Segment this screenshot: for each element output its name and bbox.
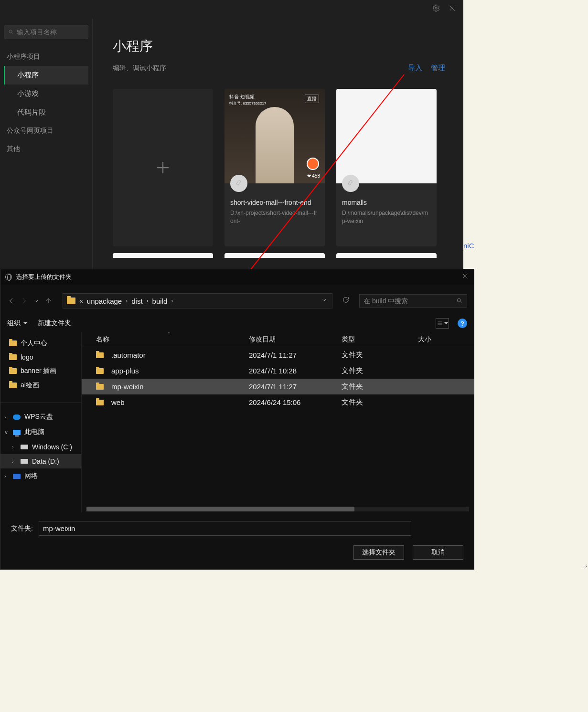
devtools-titlebar [0,0,463,18]
folder-icon [9,354,17,360]
nav-up-icon[interactable] [44,297,53,305]
file-row[interactable]: app-plus 2024/7/1 10:28 文件夹 [82,363,474,379]
drive-item-thispc[interactable]: ∨此电脑 [0,425,81,440]
drive-item-c[interactable]: ›Windows (C:) [0,440,81,454]
project-name: momalls [342,199,431,206]
folder-icon [9,383,17,388]
project-path: D:\momalls\unpackage\dist\dev\mp-weixin [342,209,431,225]
folder-icon [9,340,17,346]
cloud-icon [13,414,21,420]
col-header-date[interactable]: 修改日期 [249,335,342,344]
nav-forward-icon[interactable] [20,297,28,305]
folder-icon [67,298,75,304]
resize-grip-icon[interactable] [581,563,587,569]
breadcrumb-overflow-icon[interactable]: « [79,297,83,305]
app-icon [5,274,12,280]
action-icon [307,158,319,170]
view-mode-button[interactable] [436,318,449,329]
chevron-right-icon: › [171,298,173,304]
breadcrumb-item[interactable]: dist [131,297,142,305]
chevron-right-icon: › [126,298,128,304]
folder-name-input[interactable] [39,521,411,536]
dialog-search[interactable] [359,294,467,308]
quick-item[interactable]: logo [9,351,81,364]
refresh-icon[interactable] [336,294,355,308]
link-import[interactable]: 导入 [408,64,422,73]
file-row[interactable]: web 2024/6/24 15:06 文件夹 [82,394,474,410]
project-name: short-video-mall---front-end [230,199,319,206]
folder-icon [96,384,104,390]
project-search-input[interactable] [17,28,84,36]
breadcrumb-dropdown-icon[interactable] [321,296,328,306]
folder-icon [96,368,104,374]
dialog-nav-bar: « unpackage › dist › build › [0,285,474,316]
nav-history-icon[interactable] [32,297,41,305]
drives-list: ›WPS云盘 ∨此电脑 ›Windows (C:) ›Data (D:) ›网络 [0,402,81,484]
file-row-selected[interactable]: mp-weixin 2024/7/1 11:27 文件夹 [82,379,474,394]
drive-item-wps[interactable]: ›WPS云盘 [0,409,81,425]
nav-group-oa: 公众号网页项目 [4,122,88,140]
nav-item-miniapp[interactable]: 小程序 [4,66,88,85]
svg-point-0 [435,7,438,10]
organize-menu[interactable]: 组织 [7,319,27,328]
main-title: 小程序 [113,37,166,55]
cancel-button[interactable]: 取消 [413,545,463,560]
file-list: ˄ 名称 修改日期 类型 大小 .automator 2024/7/1 11:2… [82,332,474,512]
person-figure [256,107,294,183]
chevron-right-icon: › [147,298,149,304]
horizontal-scrollbar[interactable] [86,507,469,511]
dialog-footer: 文件夹: 选择文件夹 取消 [0,512,474,569]
col-header-type[interactable]: 类型 [342,335,418,344]
background-right [463,0,588,712]
project-search[interactable] [4,25,88,39]
nav-item-minigame[interactable]: 小游戏 [4,85,88,103]
close-icon[interactable] [448,4,457,14]
project-card-short-video[interactable]: 抖音 短视频 抖音号: 63557303217 直播 ❤ 458 short-v… [225,89,325,246]
plus-icon [154,159,171,176]
card-toolbar-row [113,253,445,258]
col-header-name[interactable]: 名称 [82,335,249,344]
douyin-id: 抖音号: 63557303217 [229,101,266,106]
disk-icon [21,445,28,449]
dialog-toolbar: 组织 新建文件夹 ? [0,316,474,332]
main-panel: 小程序 编辑、调试小程序 导入 管理 抖音 短视频 抖音号: 63557303 [93,18,463,269]
network-icon [13,474,21,479]
project-card-momalls[interactable]: momalls D:\momalls\unpackage\dist\dev\mp… [336,89,437,246]
help-icon[interactable]: ? [458,319,467,328]
disk-icon [21,459,28,464]
drive-item-network[interactable]: ›网络 [0,468,81,484]
column-headers[interactable]: ˄ 名称 修改日期 类型 大小 [82,332,474,347]
nav-back-icon[interactable] [7,297,16,305]
quick-item[interactable]: ai绘画 [9,378,81,393]
file-row[interactable]: .automator 2024/7/1 11:27 文件夹 [82,347,474,363]
main-subtitle: 编辑、调试小程序 [113,64,166,73]
quick-access-list: 个人中心 logo banner 插画 ai绘画 [0,332,81,402]
quick-item[interactable]: 个人中心 [9,336,81,351]
breadcrumb-item[interactable]: build [152,297,168,305]
scrollbar-thumb[interactable] [86,507,354,511]
folder-icon [96,352,104,358]
miniapp-avatar-icon [230,175,247,192]
project-path: D:\xh-projects\short-video-mall---front- [230,209,319,225]
dialog-search-input[interactable] [363,297,445,305]
partial-link-text[interactable]: niC [463,242,474,250]
settings-icon[interactable] [432,4,440,14]
douyin-brand: 抖音 短视频 [229,94,255,99]
col-header-size[interactable]: 大小 [418,335,474,344]
breadcrumb-item[interactable]: unpackage [87,297,122,305]
sort-indicator-icon: ˄ [168,332,170,337]
quick-item[interactable]: banner 插画 [9,364,81,378]
drive-item-d[interactable]: ›Data (D:) [0,454,81,468]
like-count: ❤ 458 [307,173,320,179]
select-folder-button[interactable]: 选择文件夹 [353,545,404,560]
dialog-close-icon[interactable] [461,272,469,282]
dialog-title: 选择要上传的文件夹 [16,273,72,281]
new-folder-button[interactable]: 新建文件夹 [38,319,71,328]
add-project-card[interactable] [113,89,213,246]
live-badge: 直播 [305,95,319,103]
folder-picker-dialog: 选择要上传的文件夹 « unpackage › dist › build › [0,269,474,570]
breadcrumb-bar[interactable]: « unpackage › dist › build › [63,293,332,308]
nav-item-snippet[interactable]: 代码片段 [4,103,88,122]
link-manage[interactable]: 管理 [431,64,445,73]
sidebar: 小程序项目 小程序 小游戏 代码片段 公众号网页项目 其他 [0,18,93,269]
